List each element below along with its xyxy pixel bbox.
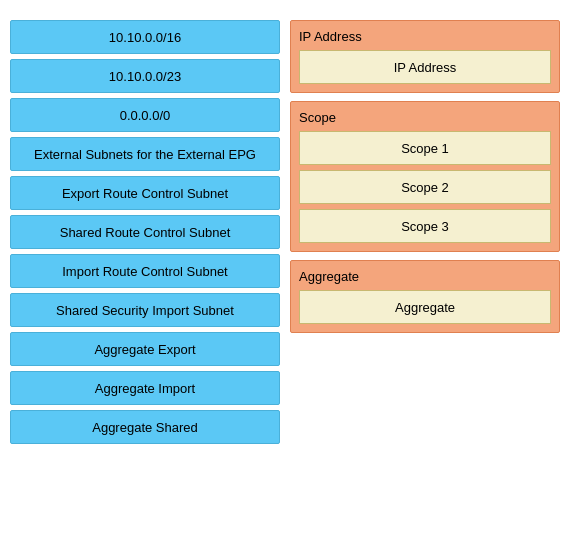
drop-slot-slot-scope-2[interactable]: Scope 2 [299, 170, 551, 204]
drag-item-item-6[interactable]: Shared Route Control Subnet [10, 215, 280, 249]
main-layout: 10.10.0.0/1610.10.0.0/230.0.0.0/0Externa… [10, 20, 565, 444]
drag-item-item-8[interactable]: Shared Security Import Subnet [10, 293, 280, 327]
drop-group-title-group-aggregate: Aggregate [299, 269, 551, 284]
drag-item-item-3[interactable]: 0.0.0.0/0 [10, 98, 280, 132]
drag-item-item-10[interactable]: Aggregate Import [10, 371, 280, 405]
left-column: 10.10.0.0/1610.10.0.0/230.0.0.0/0Externa… [10, 20, 280, 444]
right-column: IP AddressIP AddressScopeScope 1Scope 2S… [290, 20, 560, 333]
drag-item-item-1[interactable]: 10.10.0.0/16 [10, 20, 280, 54]
drop-slot-slot-scope-3[interactable]: Scope 3 [299, 209, 551, 243]
answer-area: 10.10.0.0/1610.10.0.0/230.0.0.0/0Externa… [10, 20, 565, 444]
drop-group-group-scope: ScopeScope 1Scope 2Scope 3 [290, 101, 560, 252]
drop-slot-slot-agg-1[interactable]: Aggregate [299, 290, 551, 324]
drag-item-item-4[interactable]: External Subnets for the External EPG [10, 137, 280, 171]
drag-item-item-9[interactable]: Aggregate Export [10, 332, 280, 366]
drag-item-item-11[interactable]: Aggregate Shared [10, 410, 280, 444]
drop-group-group-aggregate: AggregateAggregate [290, 260, 560, 333]
drop-group-title-group-ip: IP Address [299, 29, 551, 44]
drag-item-item-2[interactable]: 10.10.0.0/23 [10, 59, 280, 93]
drop-group-group-ip: IP AddressIP Address [290, 20, 560, 93]
drag-item-item-7[interactable]: Import Route Control Subnet [10, 254, 280, 288]
drop-slot-slot-ip-1[interactable]: IP Address [299, 50, 551, 84]
drag-item-item-5[interactable]: Export Route Control Subnet [10, 176, 280, 210]
drop-group-title-group-scope: Scope [299, 110, 551, 125]
drop-slot-slot-scope-1[interactable]: Scope 1 [299, 131, 551, 165]
